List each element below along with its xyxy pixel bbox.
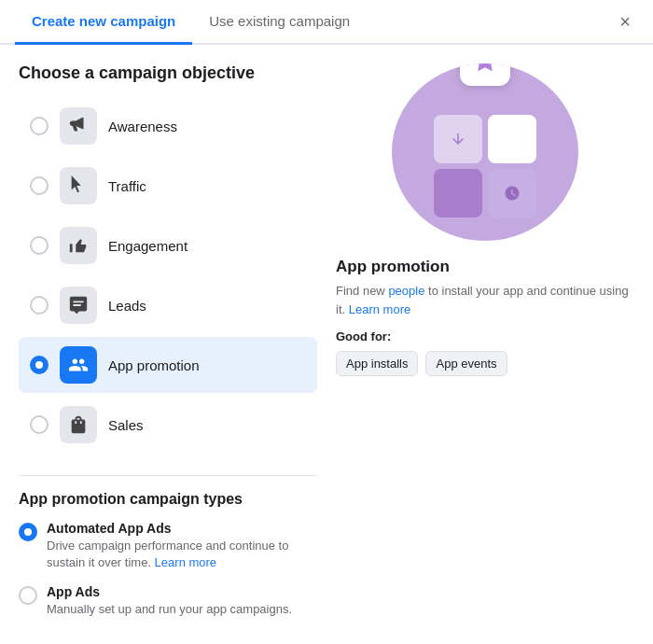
engagement-label: Engagement [108,238,188,254]
app-promotion-icon-box [60,346,97,384]
close-button[interactable]: × [612,7,638,36]
campaign-types-title: App promotion campaign types [19,491,317,508]
right-panel: App promotion Find new people to install… [336,63,634,632]
sales-icon-box [60,406,97,443]
thumbsup-icon [68,235,89,256]
cursor-icon [68,175,89,196]
radio-app-promotion[interactable] [30,356,49,374]
automated-learn-more[interactable]: Learn more [155,555,216,569]
leads-label: Leads [108,298,146,314]
objective-item-traffic[interactable]: Traffic [19,158,317,214]
radio-awareness[interactable] [30,117,49,135]
app-cell-arrow [434,115,482,163]
leads-icon-box [60,287,97,324]
clock-icon [504,185,521,202]
app-ads-info: App Ads Manually set up and run your app… [47,584,292,618]
sales-label: Sales [108,417,144,433]
megaphone-icon [68,116,89,136]
good-for-label: Good for: [336,329,391,343]
objective-item-leads[interactable]: Leads [19,277,317,333]
app-cell-clock [488,169,536,217]
section-title: Choose a campaign objective [19,63,317,83]
tags-container: App installs App events [336,351,507,376]
star-card [460,63,510,86]
radio-sales[interactable] [30,415,49,434]
info-desc: Find new people to install your app and … [336,282,634,318]
app-ads-name: App Ads [47,584,292,599]
radio-automated[interactable] [19,523,37,541]
people-link[interactable]: people [388,284,424,298]
automated-info: Automated App Ads Drive campaign perform… [47,521,317,571]
tabs-bar: Create new campaign Use existing campaig… [0,0,653,45]
radio-engagement[interactable] [30,236,49,255]
objective-item-engagement[interactable]: Engagement [19,217,317,273]
engagement-icon-box [60,227,97,264]
main-content: Choose a campaign objective Awareness [0,45,653,644]
type-item-automated[interactable]: Automated App Ads Drive campaign perform… [19,521,317,571]
awareness-icon-box [60,107,97,145]
objective-list: Awareness Traffic [19,98,317,453]
automated-name: Automated App Ads [47,521,317,536]
app-cell-star [488,115,536,163]
campaign-types-section: App promotion campaign types Automated A… [19,475,317,619]
left-panel: Choose a campaign objective Awareness [19,63,317,632]
automated-desc: Drive campaign performance and continue … [47,538,317,571]
app-grid [434,115,536,217]
people-icon [68,355,89,375]
app-promotion-illustration [392,63,578,241]
awareness-label: Awareness [108,119,177,134]
traffic-icon-box [60,167,97,204]
app-promotion-label: App promotion [108,357,200,373]
radio-traffic[interactable] [30,176,49,195]
app-ads-desc: Manually set up and run your app campaig… [47,601,292,618]
bag-icon [68,414,89,435]
app-cell-purple [434,169,482,217]
objective-item-awareness[interactable]: Awareness [19,98,317,154]
chat-icon [68,295,89,315]
objective-item-app-promotion[interactable]: App promotion [19,337,317,393]
info-title: App promotion [336,258,450,276]
type-item-app-ads[interactable]: App Ads Manually set up and run your app… [19,584,317,618]
tag-app-events: App events [425,351,507,376]
arrow-down-icon [450,131,466,147]
traffic-label: Traffic [108,178,146,194]
learn-more-link[interactable]: Learn more [349,302,410,316]
tab-create-new[interactable]: Create new campaign [15,0,192,45]
tab-use-existing[interactable]: Use existing campaign [192,0,367,45]
objective-item-sales[interactable]: Sales [19,397,317,453]
star-icon [471,63,499,75]
radio-app-ads[interactable] [19,586,37,605]
tag-app-installs: App installs [336,351,418,376]
radio-leads[interactable] [30,296,49,315]
